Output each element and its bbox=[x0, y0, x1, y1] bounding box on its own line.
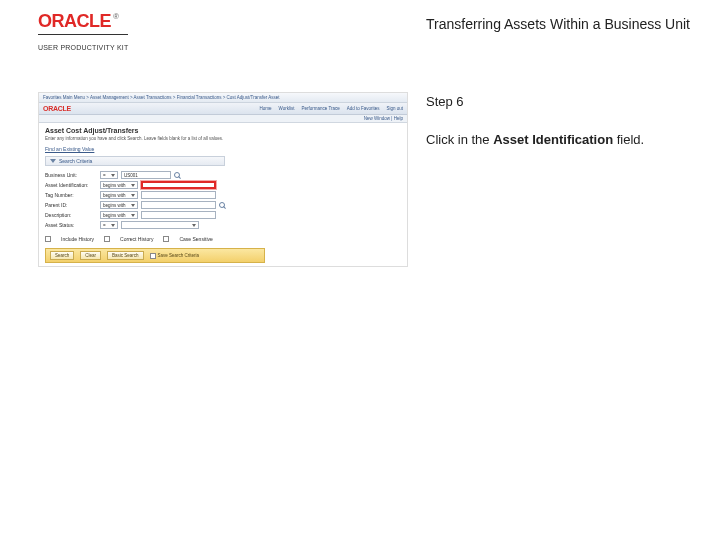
op-parent-id[interactable]: begins with bbox=[100, 201, 138, 209]
op-business-unit[interactable]: = bbox=[100, 171, 118, 179]
op-asset-status[interactable]: = bbox=[100, 221, 118, 229]
label-include-history: Include History bbox=[61, 236, 94, 242]
label-tag-number: Tag Number: bbox=[45, 192, 97, 198]
input-parent-id[interactable] bbox=[141, 201, 216, 209]
step-instruction: Click in the Asset Identification field. bbox=[426, 131, 700, 149]
search-page-heading: Asset Cost Adjust/Transfers bbox=[39, 123, 407, 136]
label-asset-id: Asset Identification: bbox=[45, 182, 97, 188]
search-form: Business Unit: = US001 Asset Identificat… bbox=[39, 168, 407, 234]
checkbox-icon bbox=[150, 253, 156, 259]
row-tag-number: Tag Number: begins with bbox=[45, 191, 401, 199]
nav-home[interactable]: Home bbox=[260, 106, 272, 111]
save-search-label: Save Search Criteria bbox=[158, 253, 200, 258]
clear-button[interactable]: Clear bbox=[80, 251, 101, 260]
input-asset-identification[interactable] bbox=[141, 181, 216, 189]
basic-search-button[interactable]: Basic Search bbox=[107, 251, 144, 260]
row-asset-id: Asset Identification: begins with bbox=[45, 181, 401, 189]
label-description: Description: bbox=[45, 212, 97, 218]
instruction-field-name: Asset Identification bbox=[493, 132, 613, 147]
trademark-symbol: ® bbox=[113, 12, 119, 21]
instruction-panel: Step 6 Click in the Asset Identification… bbox=[426, 92, 700, 267]
search-button[interactable]: Search bbox=[50, 251, 74, 260]
input-description[interactable] bbox=[141, 211, 216, 219]
op-description[interactable]: begins with bbox=[100, 211, 138, 219]
checkbox-include-history[interactable] bbox=[45, 236, 51, 242]
chevron-down-icon bbox=[50, 159, 56, 163]
search-criteria-label: Search Criteria bbox=[59, 158, 92, 164]
search-criteria-header[interactable]: Search Criteria bbox=[45, 156, 225, 166]
page-header: ORACLE® USER PRODUCTIVITY KIT Transferri… bbox=[0, 0, 720, 62]
lookup-icon[interactable] bbox=[219, 202, 225, 208]
save-search-check[interactable]: Save Search Criteria bbox=[150, 253, 200, 259]
checkbox-correct-history[interactable] bbox=[104, 236, 110, 242]
nav-perf-trace[interactable]: Performance Trace bbox=[301, 106, 339, 111]
label-case-sensitive: Case Sensitive bbox=[179, 236, 212, 242]
oracle-upk-logo: ORACLE® USER PRODUCTIVITY KIT bbox=[38, 12, 128, 54]
topbar-nav: Home Worklist Performance Trace Add to F… bbox=[260, 106, 403, 111]
lookup-icon[interactable] bbox=[174, 172, 180, 178]
checkbox-row: Include History Correct History Case Sen… bbox=[39, 234, 407, 244]
breadcrumb-bar: Favorites Main Menu > Asset Management >… bbox=[39, 93, 407, 103]
button-bar: Search Clear Basic Search Save Search Cr… bbox=[45, 248, 265, 263]
app-oracle-logo: ORACLE bbox=[43, 105, 71, 112]
label-parent-id: Parent ID: bbox=[45, 202, 97, 208]
oracle-wordmark: ORACLE bbox=[38, 11, 111, 31]
row-description: Description: begins with bbox=[45, 211, 401, 219]
existing-value-link[interactable]: Find an Existing Value bbox=[45, 146, 94, 152]
input-business-unit[interactable]: US001 bbox=[121, 171, 171, 179]
page-title: Transferring Assets Within a Business Un… bbox=[426, 12, 700, 32]
main-content: Favorites Main Menu > Asset Management >… bbox=[0, 62, 720, 267]
input-tag-number[interactable] bbox=[141, 191, 216, 199]
row-business-unit: Business Unit: = US001 bbox=[45, 171, 401, 179]
input-asset-status[interactable] bbox=[121, 221, 199, 229]
label-correct-history: Correct History bbox=[120, 236, 153, 242]
app-topbar: ORACLE Home Worklist Performance Trace A… bbox=[39, 103, 407, 115]
embedded-screenshot: Favorites Main Menu > Asset Management >… bbox=[38, 92, 408, 267]
label-asset-status: Asset Status: bbox=[45, 222, 97, 228]
instruction-suffix: field. bbox=[613, 132, 644, 147]
label-business-unit: Business Unit: bbox=[45, 172, 97, 178]
step-number: Step 6 bbox=[426, 94, 700, 109]
checkbox-case-sensitive[interactable] bbox=[163, 236, 169, 242]
instruction-prefix: Click in the bbox=[426, 132, 493, 147]
row-asset-status: Asset Status: = bbox=[45, 221, 401, 229]
nav-signout[interactable]: Sign out bbox=[386, 106, 403, 111]
search-description: Enter any information you have and click… bbox=[39, 136, 407, 144]
breadcrumb-text: Favorites Main Menu > Asset Management >… bbox=[43, 95, 279, 100]
row-parent-id: Parent ID: begins with bbox=[45, 201, 401, 209]
subbar: New Window | Help bbox=[39, 115, 407, 123]
nav-worklist[interactable]: Worklist bbox=[279, 106, 295, 111]
op-tag-number[interactable]: begins with bbox=[100, 191, 138, 199]
nav-favorites[interactable]: Add to Favorites bbox=[347, 106, 380, 111]
upk-label: USER PRODUCTIVITY KIT bbox=[38, 44, 128, 51]
op-asset-id[interactable]: begins with bbox=[100, 181, 138, 189]
